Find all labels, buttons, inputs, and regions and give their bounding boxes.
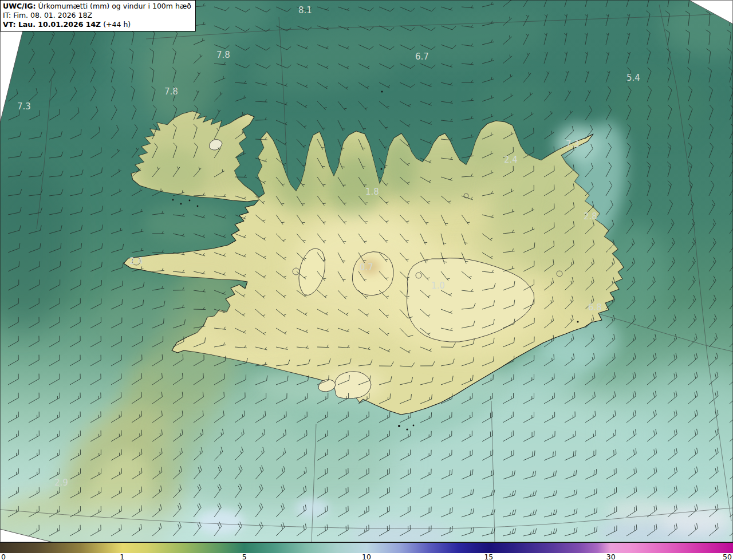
contour-label: 2.4 xyxy=(504,155,518,165)
colorbar-tick: 5 xyxy=(242,554,247,560)
colorbar-tick: 1 xyxy=(120,554,124,560)
map-title: Úrkomumætti (mm) og vindur i 100m hæð xyxy=(38,2,191,10)
precip-colorbar xyxy=(0,542,733,553)
colorbar-tick: 0 xyxy=(1,554,6,560)
contour-label: 0.7 xyxy=(360,262,373,273)
contour-label: 5.4 xyxy=(626,73,640,83)
init-time-line: IT: Fim. 08. 01. 2026 18Z xyxy=(3,11,191,20)
map-area: 8.17.86.77.87.35.47.32.42.81.82.40.71.06… xyxy=(0,0,733,542)
contour-label: 1.0 xyxy=(431,281,445,291)
contour-label: 2.9 xyxy=(54,478,68,488)
contour-label: 2.4 xyxy=(129,256,143,266)
contour-label: 7.8 xyxy=(164,86,178,97)
colorbar-tick: 30 xyxy=(606,554,616,560)
colorbar-tick: 50 xyxy=(723,554,732,560)
contour-label: 8.1 xyxy=(298,5,312,15)
weather-map-frame: 8.17.86.77.87.35.47.32.42.81.82.40.71.06… xyxy=(0,0,733,560)
colorbar-tick: 10 xyxy=(362,554,371,560)
contour-label: 7.3 xyxy=(566,139,580,149)
weather-map-canvas: 8.17.86.77.87.35.47.32.42.81.82.40.71.06… xyxy=(0,0,733,542)
model-id: UWC/IG: xyxy=(3,2,36,10)
colorbar-tick: 15 xyxy=(484,554,493,560)
contour-label: 6.7 xyxy=(415,52,429,62)
contour-label: 7.3 xyxy=(17,101,31,112)
valid-time-line: VT: Lau. 10.01.2026 14Z (+44 h) xyxy=(3,20,191,29)
title-line: UWC/IG: Úrkomumætti (mm) og vindur i 100… xyxy=(3,2,191,11)
contour-label: 7.8 xyxy=(216,50,230,60)
contour-label: 1.8 xyxy=(365,187,379,197)
contour-label: 2.8 xyxy=(584,211,597,222)
contour-label: 6.8 xyxy=(588,302,602,313)
map-title-box: UWC/IG: Úrkomumætti (mm) og vindur i 100… xyxy=(0,0,196,31)
colorbar-tick-labels: 01510153050 xyxy=(0,553,733,560)
